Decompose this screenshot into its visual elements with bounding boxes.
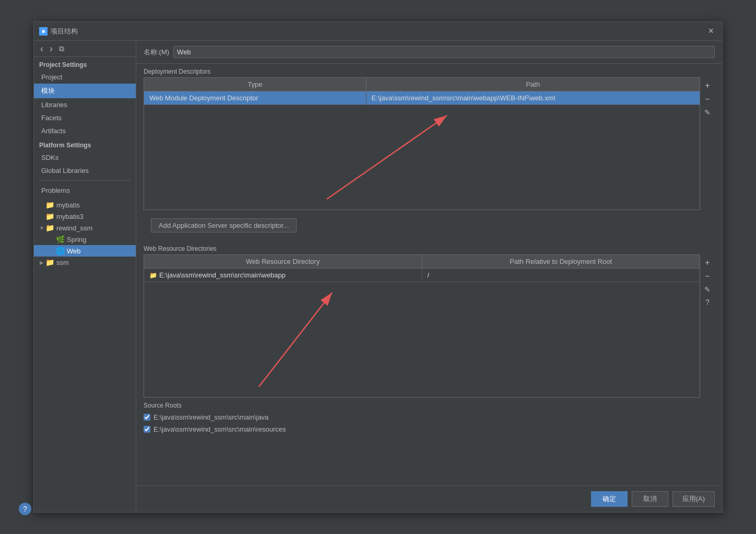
nav-toolbar: ‹ › ⧉	[34, 41, 136, 57]
sidebar-item-sdks[interactable]: SDKs	[34, 151, 136, 164]
sidebar-item-libraries[interactable]: Libraries	[34, 98, 136, 111]
add-descriptor-button[interactable]: Add Application Server specific descript…	[151, 218, 297, 233]
web-resource-col-path: Path Relative to Deployment Root	[422, 255, 700, 268]
sidebar-item-facets[interactable]: Facets	[34, 111, 136, 124]
source-root-row-0: E:\java\ssm\rewind_ssm\src\main\java	[136, 411, 722, 423]
deployment-path-cell: E:\java\ssm\rewind_ssm\src\main\webapp\W…	[367, 91, 700, 105]
name-row: 名称:(M)	[136, 41, 722, 64]
platform-settings-label: Platform Settings	[34, 137, 136, 151]
tree-node-web[interactable]: 🌐 Web	[34, 245, 136, 257]
add-deployment-button[interactable]: +	[702, 79, 713, 92]
sidebar-item-global-libraries[interactable]: Global Libraries	[34, 164, 136, 177]
folder-icon: 📁	[45, 258, 54, 266]
close-button[interactable]: ×	[705, 25, 717, 38]
deployment-table: Type Path Web Module Deploy	[144, 77, 700, 210]
sidebar: ‹ › ⧉ Project Settings Project 模块 Librar…	[34, 41, 136, 512]
apply-button[interactable]: 应用(A)	[672, 491, 715, 507]
web-resource-arrow-svg	[144, 282, 700, 397]
web-resource-table-header: Web Resource Directory Path Relative to …	[144, 255, 700, 269]
deployment-table-border: Type Path Web Module Deploy	[144, 77, 700, 210]
tree-node-ssm[interactable]: ▶ 📁 ssm	[34, 257, 136, 268]
web-resource-side-buttons: + − ✎ ?	[700, 254, 715, 398]
main-scroll-area: Deployment Descriptors Type Path	[136, 64, 722, 485]
folder-small-icon: 📁	[149, 272, 157, 279]
app-icon: ■	[39, 27, 48, 36]
cancel-button[interactable]: 取消	[632, 491, 668, 507]
edit-deployment-button[interactable]: ✎	[702, 107, 713, 118]
web-resource-arrow-area	[144, 282, 700, 397]
web-resource-table: Web Resource Directory Path Relative to …	[144, 254, 700, 398]
footer-buttons: 确定 取消 应用(A)	[136, 485, 722, 512]
deployment-descriptors-label: Deployment Descriptors	[136, 64, 722, 77]
deployment-col-path: Path	[367, 78, 700, 91]
sidebar-item-artifacts[interactable]: Artifacts	[34, 124, 136, 137]
svg-line-1	[327, 115, 447, 199]
folder-icon: 📁	[45, 224, 54, 232]
deployment-type-cell: Web Module Deployment Descriptor	[144, 91, 367, 105]
add-descriptor-row: Add Application Server specific descript…	[136, 210, 722, 241]
add-web-resource-button[interactable]: +	[702, 257, 713, 269]
module-tree: 📁 mybatis 📁 mybatis3 ▼ 📁 rewind_ssm	[34, 197, 136, 270]
tree-node-mybatis[interactable]: 📁 mybatis	[34, 199, 136, 211]
spring-icon: 🌿	[56, 235, 65, 243]
edit-web-resource-button[interactable]: ✎	[702, 284, 713, 295]
confirm-button[interactable]: 确定	[591, 491, 628, 507]
source-roots-section: Source Roots E:\java\ssm\rewind_ssm\src\…	[136, 398, 722, 440]
web-resource-dir-cell: 📁 E:\java\ssm\rewind_ssm\src\main\webapp	[144, 269, 422, 282]
table-row[interactable]: 📁 E:\java\ssm\rewind_ssm\src\main\webapp…	[144, 269, 700, 282]
project-structure-dialog: ■ 项目结构 × ‹ › ⧉ Project Settings Project …	[33, 21, 723, 513]
source-root-checkbox-0[interactable]	[144, 414, 150, 421]
deployment-table-with-sidebar: Type Path Web Module Deploy	[144, 77, 715, 210]
folder-icon: 📁	[45, 201, 54, 209]
sidebar-item-modules[interactable]: 模块	[34, 84, 136, 98]
deployment-descriptors-section: Deployment Descriptors Type Path	[136, 64, 722, 241]
title-bar-left: ■ 项目结构	[39, 27, 78, 36]
window-title: 项目结构	[51, 27, 78, 36]
copy-button[interactable]: ⧉	[57, 44, 66, 53]
web-resource-section: Web Resource Directories Web Resource Di…	[136, 241, 722, 398]
table-row[interactable]: Web Module Deployment Descriptor E:\java…	[144, 91, 700, 105]
deployment-table-body: Web Module Deployment Descriptor E:\java…	[144, 91, 700, 210]
web-icon: 🌐	[56, 247, 65, 255]
sidebar-item-problems[interactable]: Problems	[34, 184, 136, 197]
web-resource-table-with-sidebar: Web Resource Directory Path Relative to …	[144, 254, 715, 398]
title-bar: ■ 项目结构 ×	[34, 22, 722, 41]
web-resource-label: Web Resource Directories	[136, 241, 722, 254]
content-area: ‹ › ⧉ Project Settings Project 模块 Librar…	[34, 41, 722, 512]
source-roots-label: Source Roots	[136, 398, 722, 411]
source-root-checkbox-1[interactable]	[144, 426, 150, 433]
name-input[interactable]	[173, 46, 715, 58]
web-resource-table-border: Web Resource Directory Path Relative to …	[144, 254, 700, 398]
deployment-arrow-svg	[144, 105, 700, 210]
help-web-resource-button[interactable]: ?	[702, 296, 713, 308]
deployment-arrow-area	[144, 105, 700, 210]
web-resource-table-body: 📁 E:\java\ssm\rewind_ssm\src\main\webapp…	[144, 269, 700, 397]
tree-node-rewind-ssm[interactable]: ▼ 📁 rewind_ssm	[34, 222, 136, 234]
source-root-row-1: E:\java\ssm\rewind_ssm\src\main\resource…	[136, 423, 722, 435]
remove-web-resource-button[interactable]: −	[702, 270, 713, 283]
forward-button[interactable]: ›	[48, 43, 55, 54]
remove-deployment-button[interactable]: −	[702, 93, 713, 106]
tree-node-mybatis3[interactable]: 📁 mybatis3	[34, 211, 136, 222]
deployment-table-header: Type Path	[144, 78, 700, 91]
svg-line-3	[259, 293, 332, 387]
name-label: 名称:(M)	[144, 48, 169, 57]
main-panel: 名称:(M) Deployment Descriptors Type	[136, 41, 722, 512]
help-button[interactable]: ?	[19, 503, 31, 515]
tree-node-spring[interactable]: 🌿 Spring	[34, 234, 136, 245]
folder-icon: 📁	[45, 212, 54, 220]
project-settings-label: Project Settings	[34, 57, 136, 71]
deployment-side-buttons: + − ✎	[700, 77, 715, 210]
back-button[interactable]: ‹	[38, 43, 45, 54]
sidebar-item-project[interactable]: Project	[34, 71, 136, 84]
deployment-col-type: Type	[144, 78, 367, 91]
web-resource-path-cell: /	[422, 269, 700, 282]
web-resource-col-dir: Web Resource Directory	[144, 255, 422, 268]
